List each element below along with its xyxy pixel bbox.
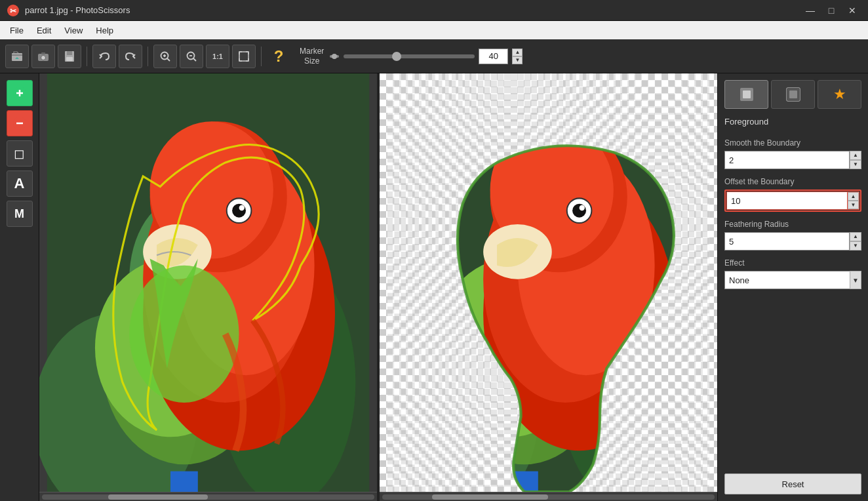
menu-view[interactable]: View bbox=[58, 24, 89, 37]
svg-rect-16 bbox=[239, 52, 248, 61]
toolbar: 1:1 ? Marker Size 40 ▲ ▼ bbox=[0, 39, 868, 73]
marker-up-button[interactable]: ▲ bbox=[512, 49, 523, 56]
smooth-input[interactable] bbox=[724, 151, 850, 169]
close-button[interactable]: ✕ bbox=[843, 4, 861, 17]
tab-foreground[interactable] bbox=[724, 80, 768, 109]
tab-effects[interactable]: ★ bbox=[818, 80, 861, 109]
svg-rect-5 bbox=[41, 52, 45, 54]
zoom-in-button[interactable] bbox=[153, 45, 177, 68]
reset-button[interactable]: Reset bbox=[724, 473, 861, 494]
offset-label: Offset the Boundary bbox=[724, 177, 861, 186]
effect-select[interactable]: None Blur Sharpen Monochrome bbox=[724, 271, 850, 289]
marker-size-area: Marker Size 40 ▲ ▼ bbox=[300, 47, 523, 66]
offset-input[interactable] bbox=[726, 191, 848, 210]
magic-tool-button[interactable]: M bbox=[7, 201, 33, 227]
app-icon: ✂ bbox=[7, 4, 20, 17]
camera-button[interactable] bbox=[31, 45, 55, 68]
left-scroll-track bbox=[42, 494, 374, 500]
zoom-1-1-button[interactable]: 1:1 bbox=[206, 45, 229, 68]
effect-select-row: None Blur Sharpen Monochrome ▼ bbox=[724, 271, 861, 289]
tab-background[interactable] bbox=[771, 80, 815, 109]
offset-down-button[interactable]: ▼ bbox=[848, 201, 859, 209]
titlebar: ✂ parrot 1.jpg - PhotoScissors — □ ✕ bbox=[0, 0, 868, 21]
svg-rect-7 bbox=[67, 51, 72, 55]
remove-background-button[interactable] bbox=[7, 110, 33, 136]
right-canvas-panel[interactable] bbox=[380, 73, 717, 501]
foreground-section: Foreground bbox=[724, 117, 861, 130]
fit-button[interactable] bbox=[232, 45, 256, 68]
svg-rect-65 bbox=[789, 90, 797, 98]
offset-spinner: ▲ ▼ bbox=[726, 191, 859, 210]
separator-3 bbox=[261, 47, 262, 66]
smooth-down-button[interactable]: ▼ bbox=[850, 160, 861, 169]
maximize-button[interactable]: □ bbox=[822, 4, 840, 17]
menu-edit[interactable]: Edit bbox=[30, 24, 58, 37]
separator-2 bbox=[148, 47, 148, 66]
save-button[interactable] bbox=[58, 45, 81, 68]
menu-help[interactable]: Help bbox=[89, 24, 120, 37]
svg-point-4 bbox=[41, 55, 46, 60]
left-toolbar: ◻ A M bbox=[0, 73, 39, 501]
svg-point-59 bbox=[580, 205, 585, 210]
right-settings-panel: ★ Foreground Smooth the Boundary ▲ ▼ Off… bbox=[717, 73, 868, 501]
marker-value: 40 bbox=[479, 49, 508, 64]
section-label: Foreground bbox=[724, 117, 861, 127]
svg-point-58 bbox=[572, 204, 586, 218]
marker-spinners: ▲ ▼ bbox=[512, 49, 523, 64]
effect-section: Effect None Blur Sharpen Monochrome ▼ bbox=[724, 258, 861, 289]
redo-button[interactable] bbox=[119, 45, 142, 68]
left-scrollbar[interactable] bbox=[39, 492, 377, 501]
smooth-spinner: ▲ ▼ bbox=[724, 151, 861, 169]
svg-rect-8 bbox=[66, 57, 73, 61]
smooth-spinners: ▲ ▼ bbox=[850, 151, 861, 169]
feather-label: Feathering Radius bbox=[724, 220, 861, 229]
menu-file[interactable]: File bbox=[3, 24, 30, 37]
offset-up-button[interactable]: ▲ bbox=[848, 192, 859, 201]
feather-spinner: ▲ ▼ bbox=[724, 232, 861, 250]
canvas-area bbox=[39, 73, 717, 501]
effect-label: Effect bbox=[724, 258, 861, 268]
svg-point-38 bbox=[239, 205, 245, 210]
left-scroll-thumb[interactable] bbox=[108, 494, 208, 500]
left-canvas-panel[interactable] bbox=[39, 73, 377, 501]
separator-1 bbox=[87, 47, 87, 66]
feather-up-button[interactable]: ▲ bbox=[850, 232, 861, 241]
feather-down-button[interactable]: ▼ bbox=[850, 241, 861, 250]
marker-size-slider[interactable] bbox=[344, 54, 475, 58]
zoom-out-button[interactable] bbox=[180, 45, 203, 68]
svg-point-39 bbox=[129, 266, 239, 403]
main-area: ◻ A M bbox=[0, 73, 868, 501]
add-foreground-button[interactable] bbox=[7, 80, 33, 106]
menubar: File Edit View Help bbox=[0, 21, 868, 39]
text-tool-button[interactable]: A bbox=[7, 170, 33, 197]
result-canvas bbox=[380, 73, 717, 492]
feather-section: Feathering Radius ▲ ▼ bbox=[724, 220, 861, 250]
svg-line-12 bbox=[167, 58, 170, 61]
svg-line-15 bbox=[193, 58, 196, 61]
window-controls: — □ ✕ bbox=[801, 4, 861, 17]
smooth-up-button[interactable]: ▲ bbox=[850, 151, 861, 160]
open-button[interactable] bbox=[5, 45, 29, 68]
eraser-button[interactable]: ◻ bbox=[7, 140, 33, 167]
undo-button[interactable] bbox=[92, 45, 116, 68]
marker-size-label: Marker Size bbox=[300, 47, 324, 66]
offset-spinners: ▲ ▼ bbox=[848, 191, 859, 210]
help-button[interactable]: ? bbox=[267, 45, 290, 68]
minimize-button[interactable]: — bbox=[801, 4, 819, 17]
window-title: parrot 1.jpg - PhotoScissors bbox=[25, 5, 801, 15]
marker-icon bbox=[328, 50, 341, 63]
marker-down-button[interactable]: ▼ bbox=[512, 56, 523, 64]
right-scrollbar[interactable] bbox=[380, 492, 717, 501]
right-scroll-thumb[interactable] bbox=[432, 494, 548, 500]
feather-input[interactable] bbox=[724, 232, 850, 250]
svg-rect-40 bbox=[170, 471, 198, 492]
svg-point-18 bbox=[332, 54, 337, 59]
marker-slider-container bbox=[328, 50, 475, 63]
offset-highlight: ▲ ▼ bbox=[724, 190, 861, 212]
original-canvas bbox=[39, 73, 377, 492]
effect-dropdown-arrow[interactable]: ▼ bbox=[850, 271, 861, 289]
offset-boundary-section: Offset the Boundary ▲ ▼ bbox=[724, 177, 861, 212]
smooth-label: Smooth the Boundary bbox=[724, 138, 861, 148]
right-scroll-track bbox=[382, 494, 715, 500]
feather-spinners: ▲ ▼ bbox=[850, 232, 861, 250]
